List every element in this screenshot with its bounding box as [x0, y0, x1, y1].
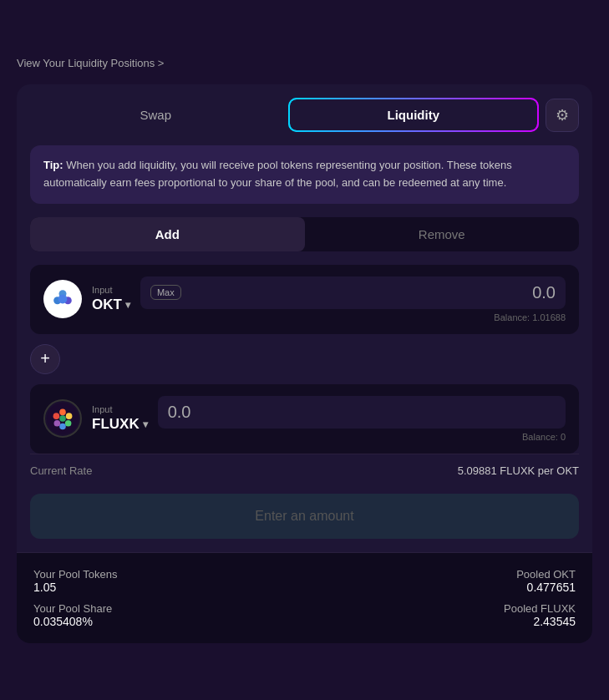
svg-point-8	[65, 420, 72, 427]
remove-button[interactable]: Remove	[305, 217, 580, 251]
fluxk-token-icon	[43, 399, 82, 438]
token1-input-row: Max	[140, 276, 566, 309]
add-remove-row: Add Remove	[30, 217, 579, 251]
svg-point-6	[59, 409, 66, 416]
pooled-okt-value: 0.477651	[305, 581, 576, 594]
tip-prefix: Tip:	[43, 159, 63, 171]
tabs-row: Swap Liquidity ⚙	[17, 84, 592, 132]
token2-section: Input FLUXK ▾ Balance: 0	[30, 384, 579, 454]
view-liquidity-link[interactable]: View Your Liquidity Positions >	[17, 57, 592, 69]
pooled-fluxk-label: Pooled FLUXK	[305, 602, 576, 615]
pool-share-item: Your Pool Share 0.035408%	[33, 602, 305, 628]
token1-selector[interactable]: OKT ▾	[92, 297, 130, 313]
settings-icon: ⚙	[556, 106, 569, 124]
settings-button[interactable]: ⚙	[546, 99, 579, 132]
token2-input-col: Balance: 0	[158, 396, 566, 442]
plus-circle-button[interactable]: +	[30, 344, 60, 374]
token1-amount-input[interactable]	[188, 283, 556, 302]
main-card: Swap Liquidity ⚙ Tip: When you add liqui…	[17, 84, 592, 643]
token2-label: Input	[92, 404, 148, 414]
pooled-okt-item: Pooled OKT 0.477651	[305, 568, 576, 594]
plus-icon: +	[40, 349, 50, 368]
token1-label: Input	[92, 285, 130, 295]
current-rate-value: 5.09881 FLUXK per OKT	[458, 464, 579, 477]
token1-chevron-icon: ▾	[125, 299, 130, 311]
pooled-fluxk-value: 2.43545	[305, 615, 576, 628]
token1-name: OKT	[92, 297, 122, 313]
token2-selector[interactable]: FLUXK ▾	[92, 416, 148, 433]
svg-point-7	[66, 413, 73, 420]
token1-max-button[interactable]: Max	[150, 285, 181, 300]
tab-liquidity-wrapper: Liquidity	[288, 98, 540, 132]
okt-token-icon	[43, 280, 82, 318]
token2-name: FLUXK	[92, 416, 140, 433]
tab-swap[interactable]: Swap	[30, 99, 282, 130]
token1-name-col: Input OKT ▾	[92, 285, 130, 313]
pooled-fluxk-item: Pooled FLUXK 2.43545	[305, 602, 576, 628]
current-rate-row: Current Rate 5.09881 FLUXK per OKT	[30, 454, 579, 487]
tab-liquidity[interactable]: Liquidity	[288, 98, 540, 132]
svg-point-10	[54, 420, 61, 427]
token2-input-row	[158, 396, 566, 429]
token2-balance: Balance: 0	[522, 432, 566, 442]
enter-amount-button[interactable]: Enter an amount	[30, 494, 579, 539]
token2-chevron-icon: ▾	[143, 418, 148, 430]
svg-point-4	[58, 295, 68, 304]
add-button[interactable]: Add	[30, 217, 305, 251]
pooled-okt-label: Pooled OKT	[305, 568, 576, 581]
pool-tokens-value: 1.05	[33, 581, 305, 594]
pool-share-value: 0.035408%	[33, 615, 305, 628]
current-rate-label: Current Rate	[30, 464, 92, 477]
pool-info-section: Your Pool Tokens 1.05 Pooled OKT 0.47765…	[17, 552, 592, 643]
pool-tokens-label: Your Pool Tokens	[33, 568, 305, 581]
tip-box: Tip: When you add liquidity, you will re…	[30, 145, 579, 204]
pool-share-label: Your Pool Share	[33, 602, 305, 615]
token2-amount-input[interactable]	[168, 403, 556, 422]
tip-message: When you add liquidity, you will receive…	[43, 159, 512, 189]
fluxk-icon-svg	[47, 403, 79, 434]
token1-section: Input OKT ▾ Max Balance: 1.01688	[30, 265, 579, 334]
svg-point-11	[53, 413, 60, 420]
token2-name-col: Input FLUXK ▾	[92, 404, 148, 433]
token1-input-col: Max Balance: 1.01688	[140, 276, 566, 322]
okt-icon-svg	[48, 284, 78, 314]
svg-point-12	[59, 415, 66, 422]
token1-balance: Balance: 1.01688	[494, 312, 566, 322]
svg-point-9	[59, 424, 66, 430]
pool-tokens-item: Your Pool Tokens 1.05	[33, 568, 305, 594]
